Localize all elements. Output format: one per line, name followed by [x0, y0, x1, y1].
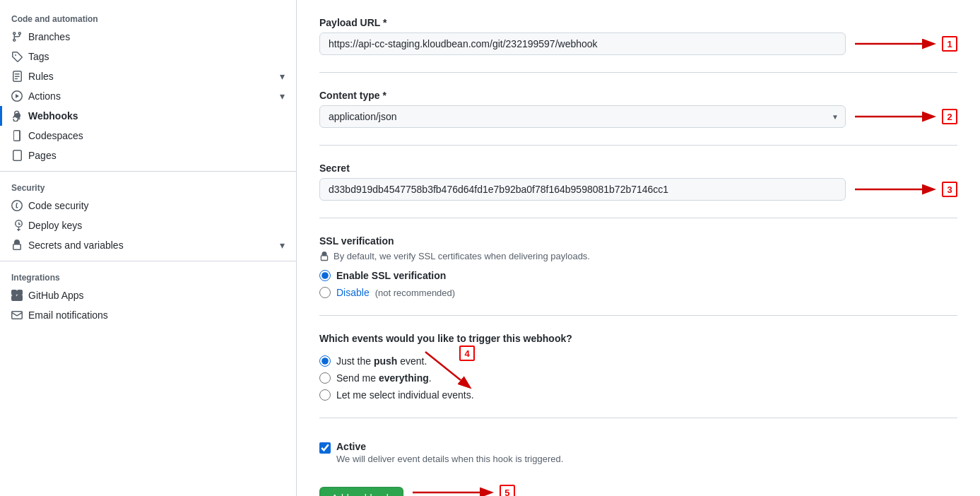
content-type-section: Content type * application/json applicat…	[319, 73, 957, 146]
code-automation-section: Code and automation	[0, 8, 296, 27]
event-individual-option[interactable]: Let me select individual events.	[319, 389, 957, 401]
webhooks-icon	[11, 110, 23, 122]
tags-label: Tags	[28, 51, 49, 62]
badge-2: 2	[942, 109, 957, 124]
rules-icon	[11, 71, 23, 82]
secret-input[interactable]	[319, 178, 846, 201]
sidebar-item-secrets-variables[interactable]: Secrets and variables ▾	[0, 235, 296, 255]
rules-label: Rules	[28, 71, 54, 82]
security-section: Security	[0, 177, 296, 196]
arrow-5	[409, 485, 494, 496]
event-everything-label: Send me everything.	[336, 372, 432, 384]
events-title: Which events would you like to trigger t…	[319, 333, 957, 344]
sidebar-item-rules[interactable]: Rules ▾	[0, 66, 296, 86]
sidebar-item-pages[interactable]: Pages	[0, 146, 296, 165]
event-push-option[interactable]: Just the push event.	[319, 355, 957, 367]
github-apps-icon	[11, 290, 23, 301]
sidebar: Code and automation Branches Tags Rules …	[0, 0, 297, 496]
sidebar-item-branches[interactable]: Branches	[0, 27, 296, 47]
code-security-icon	[11, 200, 23, 211]
actions-icon	[11, 90, 23, 102]
sidebar-item-github-apps[interactable]: GitHub Apps	[0, 285, 296, 305]
badge-4: 4	[459, 346, 475, 361]
ssl-enable-radio[interactable]	[319, 270, 331, 281]
ssl-not-recommended: (not recommended)	[375, 288, 455, 298]
badge-3: 3	[942, 182, 957, 197]
secrets-icon	[11, 240, 23, 251]
ssl-enable-option[interactable]: Enable SSL verification	[319, 270, 957, 281]
codespaces-label: Codespaces	[28, 130, 83, 141]
annotation-4: 4	[418, 348, 475, 391]
content-type-label: Content type *	[319, 90, 957, 101]
events-section: Which events would you like to trigger t…	[319, 316, 957, 418]
pages-icon	[11, 150, 23, 161]
ssl-title: SSL verification	[319, 235, 957, 247]
event-individual-radio[interactable]	[319, 389, 331, 401]
secret-row: 3	[319, 178, 957, 201]
event-everything-radio[interactable]	[319, 372, 331, 384]
divider-1	[0, 171, 296, 172]
ssl-disable-radio[interactable]	[319, 287, 331, 298]
ssl-note-text: By default, we verify SSL certificates w…	[333, 251, 590, 261]
payload-url-section: Payload URL * 1	[319, 0, 957, 73]
ssl-radio-group: Enable SSL verification Disable (not rec…	[319, 270, 957, 298]
github-apps-label: GitHub Apps	[28, 290, 84, 301]
active-title: Active	[336, 441, 563, 452]
content-type-select[interactable]: application/json application/x-www-form-…	[319, 105, 846, 128]
active-checkbox[interactable]	[319, 442, 331, 454]
event-push-label: Just the push event.	[336, 355, 427, 367]
secrets-chevron: ▾	[280, 240, 285, 251]
secret-label: Secret	[319, 163, 957, 174]
sidebar-item-codespaces[interactable]: Codespaces	[0, 126, 296, 146]
badge-1: 1	[942, 36, 957, 52]
arrow-1	[851, 37, 936, 51]
arrow-2	[851, 110, 936, 124]
active-section: Active We will deliver event details whe…	[319, 418, 957, 496]
branches-icon	[11, 31, 23, 42]
integrations-section: Integrations	[0, 267, 296, 285]
ssl-note: By default, we verify SSL certificates w…	[319, 251, 957, 261]
sidebar-item-tags[interactable]: Tags	[0, 47, 296, 66]
actions-label: Actions	[28, 90, 61, 102]
payload-url-row: 1	[319, 33, 957, 55]
email-notifications-label: Email notifications	[28, 309, 108, 321]
divider-2	[0, 261, 296, 261]
code-security-label: Code security	[28, 200, 89, 211]
rules-chevron: ▾	[280, 71, 285, 82]
deploy-keys-label: Deploy keys	[28, 220, 82, 231]
codespaces-icon	[11, 130, 23, 141]
active-text-group: Active We will deliver event details whe…	[336, 441, 563, 464]
events-radio-group: Just the push event. Send me everything.…	[319, 355, 957, 401]
ssl-section: SSL verification By default, we verify S…	[319, 218, 957, 316]
ssl-disable-option[interactable]: Disable (not recommended)	[319, 287, 957, 298]
lock-icon	[319, 252, 329, 261]
active-desc: We will deliver event details when this …	[336, 454, 563, 464]
arrow-3	[851, 182, 936, 196]
email-notifications-icon	[11, 309, 23, 321]
sidebar-item-webhooks[interactable]: Webhooks	[0, 106, 296, 126]
content-type-row: application/json application/x-www-form-…	[319, 105, 957, 128]
event-push-radio[interactable]	[319, 355, 331, 367]
ssl-enable-label: Enable SSL verification	[336, 270, 446, 281]
branches-label: Branches	[28, 31, 70, 42]
active-row: Active We will deliver event details whe…	[319, 441, 957, 464]
actions-chevron: ▾	[280, 90, 285, 102]
add-webhook-button[interactable]: Add webhook	[319, 487, 403, 496]
sidebar-item-deploy-keys[interactable]: Deploy keys	[0, 215, 296, 235]
secret-section: Secret 3	[319, 146, 957, 218]
sidebar-item-email-notifications[interactable]: Email notifications	[0, 305, 296, 325]
event-individual-label: Let me select individual events.	[336, 389, 474, 401]
sidebar-item-actions[interactable]: Actions ▾	[0, 86, 296, 106]
payload-url-label: Payload URL *	[319, 17, 957, 28]
secrets-variables-label: Secrets and variables	[28, 240, 124, 251]
sidebar-item-code-security[interactable]: Code security	[0, 196, 296, 215]
tags-icon	[11, 51, 23, 62]
ssl-disable-label: Disable	[336, 287, 370, 298]
pages-label: Pages	[28, 150, 57, 161]
badge-5: 5	[500, 485, 515, 496]
webhooks-label: Webhooks	[28, 110, 78, 122]
event-everything-option[interactable]: Send me everything.	[319, 372, 957, 384]
main-content: Payload URL * 1 Content type * applicati…	[297, 0, 980, 496]
deploy-keys-icon	[11, 220, 23, 231]
payload-url-input[interactable]	[319, 33, 846, 55]
